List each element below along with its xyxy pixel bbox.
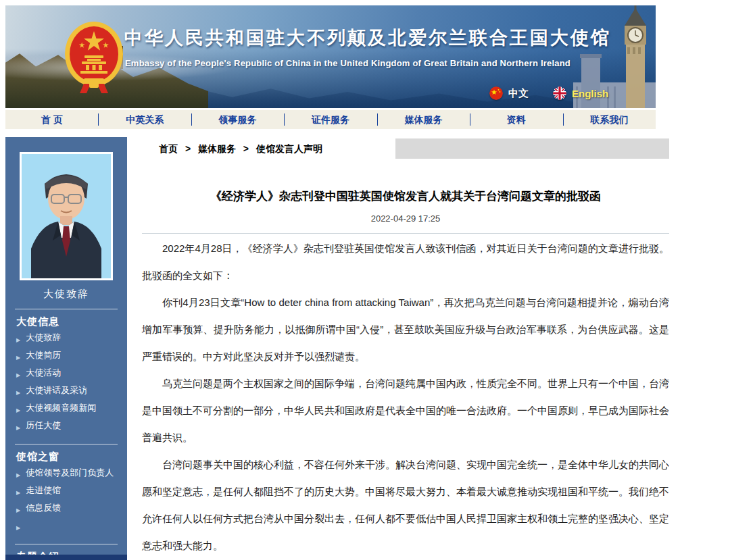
article-body: 2022年4月28日，《经济学人》杂志刊登驻英国使馆发言人致该刊信函，对其近日关… — [142, 235, 669, 559]
sidebar-section-embassy-window: 使馆之窗 ▶ 使馆领导及部门负责人 ▶ 走进使馆 ▶ 信息反馈 ▶ — [5, 444, 127, 536]
bullet-arrow-icon: ▶ — [16, 469, 20, 482]
lang-english-link[interactable]: English — [553, 86, 608, 100]
uk-flag-icon — [553, 86, 566, 100]
bullet-arrow-icon: ▶ — [16, 505, 20, 517]
lang-chinese-label: 中文 — [508, 87, 529, 100]
bullet-arrow-icon: ▶ — [16, 387, 20, 399]
article-divider — [142, 233, 669, 234]
breadcrumb-home[interactable]: 首页 — [159, 143, 178, 154]
sidebar-item-label: 大使视频音频新闻 — [26, 402, 122, 414]
article-paragraph: 你刊4月23日文章“How to deter china from attack… — [142, 289, 669, 370]
bullet-arrow-icon: ▶ — [16, 422, 20, 434]
banner-title-chinese: 中华人民共和国驻大不列颠及北爱尔兰联合王国大使馆 — [124, 26, 625, 50]
china-national-emblem-icon — [64, 19, 124, 93]
sidebar-item-embassy-leaders[interactable]: ▶ 使馆领导及部门负责人 — [5, 465, 127, 483]
breadcrumb-separator: > — [185, 143, 191, 154]
ambassador-portrait-image — [22, 154, 111, 278]
sidebar-item-label: 大使致辞 — [26, 332, 122, 344]
embassy-page: 中华人民共和国驻大不列颠及北爱尔兰联合王国大使馆 Embassy of the … — [0, 0, 753, 560]
sidebar-item-ambassador-biography[interactable]: ▶ 大使简历 — [5, 348, 127, 365]
ambassador-photo-caption[interactable]: 大使致辞 — [5, 288, 127, 301]
sidebar-item-label: 大使讲话及采访 — [26, 384, 122, 397]
breadcrumb-box: 首页 > 媒体服务 > 使馆发言人声明 — [142, 138, 395, 159]
banner-title-english: Embassy of the People's Republic of Chin… — [125, 58, 570, 68]
breadcrumb-spokesperson-remarks[interactable]: 使馆发言人声明 — [256, 143, 322, 154]
sidebar-item-label: 大使简历 — [26, 349, 122, 361]
sidebar-item-feedback[interactable]: ▶ 信息反馈 — [5, 501, 127, 518]
bullet-arrow-icon: ▶ — [16, 487, 20, 499]
nav-item-consular-service[interactable]: 领事服务 — [191, 110, 284, 129]
bullet-arrow-icon: ▶ — [16, 370, 20, 382]
banner: 中华人民共和国驻大不列颠及北爱尔兰联合王国大使馆 Embassy of the … — [5, 5, 656, 108]
article-date: 2022-04-29 17:25 — [142, 213, 669, 224]
bullet-arrow-icon: ▶ — [16, 352, 20, 364]
china-flag-icon — [489, 86, 503, 100]
article-paragraph: 台湾问题事关中国的核心利益，不容任何外来干涉。解决台湾问题、实现中国完全统一，是… — [142, 451, 669, 559]
main-navigation: 首 页 中英关系 领事服务 证件服务 媒体服务 资料 联系我们 — [5, 110, 656, 129]
breadcrumb-separator: > — [243, 143, 249, 154]
bullet-arrow-icon: ▶ — [16, 522, 20, 534]
sidebar-item-blank[interactable]: ▶ — [5, 518, 127, 536]
main-content: 首页 > 媒体服务 > 使馆发言人声明 《经济学人》杂志刊登中国驻英国使馆发言人… — [142, 138, 669, 559]
language-switch: 中文 English — [489, 86, 608, 100]
sidebar-section-ambassador-info: 大使信息 ▶ 大使致辞 ▶ 大使简历 ▶ 大使活动 ▶ 大使讲话及采访 ▶ 大使… — [5, 309, 127, 436]
sidebar-item-ambassador-video-news[interactable]: ▶ 大使视频音频新闻 — [5, 401, 127, 418]
sidebar-item-ambassador-speeches[interactable]: ▶ 大使讲话及采访 — [5, 383, 127, 401]
sidebar-item-label: 走进使馆 — [26, 484, 122, 497]
nav-item-china-uk-relations[interactable]: 中英关系 — [98, 110, 191, 129]
nav-item-document-service[interactable]: 证件服务 — [284, 110, 376, 129]
sidebar-item-ambassador-activities[interactable]: ▶ 大使活动 — [5, 365, 127, 383]
sidebar: 大使致辞 大使信息 ▶ 大使致辞 ▶ 大使简历 ▶ 大使活动 ▶ 大使讲话及采访… — [5, 137, 127, 560]
sidebar-item-label: 历任大使 — [26, 419, 122, 432]
sidebar-section-title: 大使信息 — [5, 309, 127, 330]
sidebar-item-label: 信息反馈 — [26, 502, 122, 514]
nav-item-contact-us[interactable]: 联系我们 — [563, 110, 656, 129]
breadcrumb: 首页 > 媒体服务 > 使馆发言人声明 — [142, 138, 669, 159]
sidebar-item-ambassador-remarks[interactable]: ▶ 大使致辞 — [5, 330, 127, 348]
ambassador-photo[interactable] — [20, 152, 113, 280]
article-title: 《经济学人》杂志刊登中国驻英国使馆发言人就其关于台湾问题文章的批驳函 — [149, 188, 662, 205]
sidebar-section-title: 使馆之窗 — [5, 444, 127, 465]
sidebar-item-label: 大使活动 — [26, 367, 122, 379]
breadcrumb-media-service[interactable]: 媒体服务 — [198, 143, 236, 154]
sidebar-item-label: 使馆领导及部门负责人 — [26, 467, 122, 479]
nav-item-home[interactable]: 首 页 — [5, 110, 98, 129]
nav-item-media-service[interactable]: 媒体服务 — [377, 110, 470, 129]
bullet-arrow-icon: ▶ — [16, 405, 20, 417]
article-paragraph: 2022年4月28日，《经济学人》杂志刊登驻英国使馆发言人致该刊信函，对其近日关… — [142, 235, 669, 289]
lang-chinese-link[interactable]: 中文 — [489, 86, 529, 100]
nav-item-resources[interactable]: 资料 — [470, 110, 562, 129]
bullet-arrow-icon: ▶ — [16, 334, 20, 347]
sidebar-item-inside-embassy[interactable]: ▶ 走进使馆 — [5, 483, 127, 501]
sidebar-footer-strip — [5, 555, 127, 560]
sidebar-item-former-ambassadors[interactable]: ▶ 历任大使 — [5, 418, 127, 436]
breadcrumb-filler — [395, 138, 669, 159]
lang-english-label: English — [572, 88, 608, 99]
article-paragraph: 乌克兰问题是两个主权国家之间的国际争端，台湾问题纯属中国内政，性质完全不同。世界… — [142, 370, 669, 451]
